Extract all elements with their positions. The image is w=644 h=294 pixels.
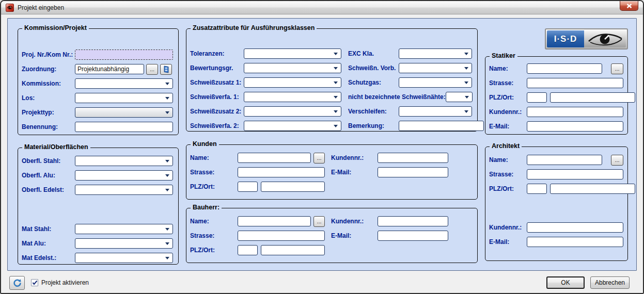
cancel-button[interactable]: Abbrechen — [590, 276, 630, 289]
checkmark-icon — [32, 280, 38, 285]
los-dropdown[interactable] — [75, 93, 173, 103]
schweissverfa1-dropdown[interactable] — [244, 92, 341, 102]
schweissverfa2-label: Schweißverfa. 2: — [190, 122, 244, 129]
schweissverfa2-dropdown[interactable] — [244, 121, 341, 131]
dropdown-arrow-icon — [464, 53, 468, 55]
statiker-email-label: E-Mail: — [489, 123, 527, 130]
verschleifen-label: Verschleifen: — [348, 108, 399, 115]
oberfl-alu-dropdown[interactable] — [75, 170, 173, 181]
kunden-name-input[interactable] — [238, 153, 311, 163]
mat-stahl-dropdown[interactable] — [75, 224, 173, 234]
statiker-kundennr-label: Kundennr.: — [489, 108, 527, 116]
architekt-email-input[interactable] — [527, 237, 623, 247]
group-bauherr: Bauherr: Name: ... Strasse: PLZ/Ort: — [186, 208, 478, 263]
bewertungsgr-dropdown[interactable] — [244, 63, 341, 73]
schweissn-vorb-dropdown[interactable] — [399, 63, 472, 73]
dropdown-arrow-icon — [334, 125, 338, 127]
schutzgas-dropdown[interactable] — [399, 77, 472, 88]
benennung-input[interactable] — [75, 122, 173, 132]
cabinet-icon — [163, 66, 169, 73]
exc-kla-dropdown[interactable] — [399, 48, 472, 59]
projekt-aktivieren-checkbox[interactable] — [31, 279, 38, 286]
statiker-plz-input[interactable] — [527, 92, 547, 103]
window-title: Projekt eingeben — [18, 4, 64, 11]
bemerkung-input[interactable] — [399, 121, 484, 131]
schweisszusatz1-dropdown[interactable] — [244, 77, 341, 88]
bauherr-email-input[interactable] — [378, 231, 448, 241]
refresh-button[interactable] — [9, 276, 25, 290]
bauherr-plz-ort-label: PLZ/Ort: — [190, 247, 238, 254]
bauherr-kundennr-input[interactable] — [378, 216, 448, 226]
mat-alu-dropdown[interactable] — [75, 238, 173, 249]
kunden-plz-ort-label: PLZ/Ort: — [190, 183, 238, 190]
kunden-strasse-input[interactable] — [238, 167, 325, 177]
kunden-plz-input[interactable] — [238, 182, 258, 192]
proj-nr-input[interactable] — [75, 50, 173, 60]
architekt-name-label: Name: — [489, 156, 527, 164]
zuordnung-database-button[interactable] — [160, 64, 172, 75]
kunden-kundennr-input[interactable] — [378, 153, 448, 163]
zuordnung-label: Zuordnung: — [22, 66, 75, 73]
dropdown-arrow-icon — [165, 83, 169, 85]
dropdown-arrow-icon — [464, 67, 468, 70]
mat-edelst-dropdown[interactable] — [75, 253, 173, 263]
close-icon — [626, 4, 632, 8]
bauherr-plz-input[interactable] — [238, 245, 258, 255]
architekt-strasse-input[interactable] — [527, 169, 623, 179]
architekt-browse-button[interactable]: ... — [611, 155, 623, 166]
kunden-browse-button[interactable]: ... — [313, 153, 325, 164]
nicht-bezeichnete-dropdown[interactable] — [446, 92, 473, 102]
los-label: Los: — [22, 94, 75, 102]
group-kunden: Kunden Name: ... Strasse: PLZ/Ort: — [186, 144, 478, 200]
group-title: Zusatzattribute für Ausführungsklassen — [191, 24, 317, 31]
statiker-strasse-input[interactable] — [527, 78, 623, 88]
architekt-ort-input[interactable] — [550, 184, 635, 194]
statiker-browse-button[interactable]: ... — [611, 63, 623, 74]
kommission-dropdown[interactable] — [75, 78, 173, 89]
dropdown-arrow-icon — [465, 96, 469, 99]
oberfl-edelst-dropdown[interactable] — [75, 185, 173, 195]
toleranzen-dropdown[interactable] — [244, 48, 341, 59]
projekt-aktivieren-label: Projekt aktivieren — [41, 279, 89, 286]
statiker-ort-input[interactable] — [550, 92, 635, 103]
bauherr-browse-button[interactable]: ... — [313, 216, 325, 227]
oberfl-stahl-label: Oberfl. Stahl: — [22, 157, 75, 165]
app-eye-icon — [6, 4, 14, 12]
bemerkung-label: Bemerkung: — [348, 122, 399, 129]
group-title: Bauherr: — [191, 204, 222, 211]
nicht-bezeichnete-label: nicht bezeichnete Schweißnähte: — [348, 93, 446, 101]
schweissverfa1-label: Schweißverfa. 1: — [190, 93, 244, 101]
statiker-kundennr-input[interactable] — [527, 107, 623, 117]
bauherr-strasse-input[interactable] — [238, 231, 325, 241]
oberfl-alu-label: Oberfl. Alu: — [22, 172, 75, 179]
close-button[interactable] — [620, 1, 638, 11]
refresh-icon — [13, 279, 22, 287]
group-statiker: Statiker Name: ... Strasse: PLZ/Ort: — [485, 56, 628, 135]
architekt-plz-input[interactable] — [527, 184, 547, 194]
statiker-name-label: Name: — [489, 65, 527, 72]
projekttyp-dropdown[interactable] — [75, 107, 173, 118]
ok-button[interactable]: OK — [546, 276, 585, 289]
kunden-ort-input[interactable] — [261, 182, 325, 192]
bauherr-name-input[interactable] — [238, 216, 311, 226]
bauherr-ort-input[interactable] — [261, 245, 325, 255]
group-kommission-projekt: Kommission/Projekt Proj. Nr./Kom Nr.: Zu… — [18, 28, 179, 135]
dropdown-arrow-icon — [165, 228, 169, 231]
mat-alu-label: Mat Alu: — [22, 240, 75, 247]
zuordnung-browse-button[interactable]: ... — [146, 64, 158, 75]
zuordnung-input[interactable] — [75, 64, 144, 74]
architekt-name-input[interactable] — [527, 155, 602, 165]
kunden-email-label: E-Mail: — [331, 169, 378, 176]
schweisszusatz2-dropdown[interactable] — [244, 106, 341, 117]
oberfl-stahl-dropdown[interactable] — [75, 156, 173, 166]
group-architekt: Architekt Name: ... Strasse: PLZ/Ort: — [485, 146, 628, 261]
architekt-kundennr-input[interactable] — [527, 222, 623, 233]
statiker-name-input[interactable] — [527, 63, 602, 74]
schutzgas-label: Schutzgas: — [348, 79, 399, 86]
statiker-email-input[interactable] — [527, 121, 623, 132]
dropdown-arrow-icon — [334, 53, 338, 55]
title-bar[interactable]: Projekt eingeben — [1, 1, 643, 14]
verschleifen-dropdown[interactable] — [399, 106, 472, 117]
bauherr-name-label: Name: — [190, 218, 238, 225]
kunden-email-input[interactable] — [378, 167, 448, 177]
